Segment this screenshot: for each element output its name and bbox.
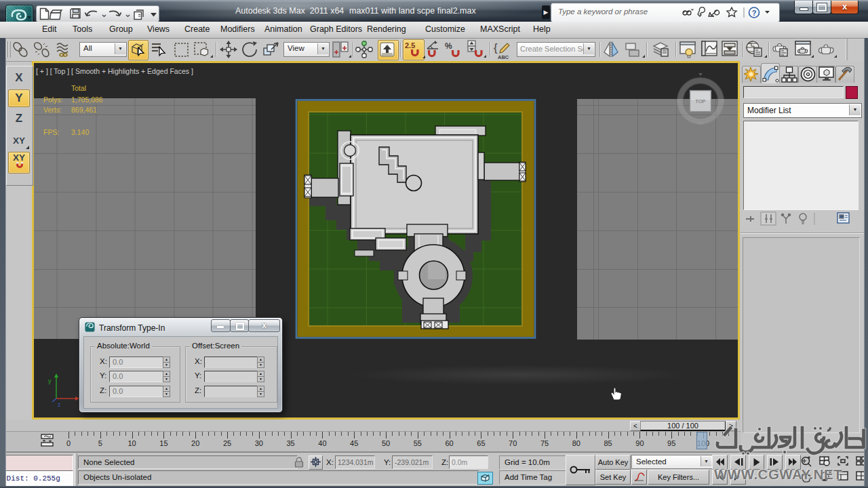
svg-text:{: {: [494, 41, 498, 54]
svg-text:z: z: [58, 401, 61, 408]
svg-text:ABC: ABC: [498, 54, 509, 60]
svg-text:y: y: [48, 378, 52, 384]
svg-text:TOP: TOP: [695, 98, 705, 104]
svg-text:%: %: [445, 41, 452, 51]
svg-text:2.5: 2.5: [405, 41, 415, 49]
svg-text:?: ?: [752, 9, 757, 17]
